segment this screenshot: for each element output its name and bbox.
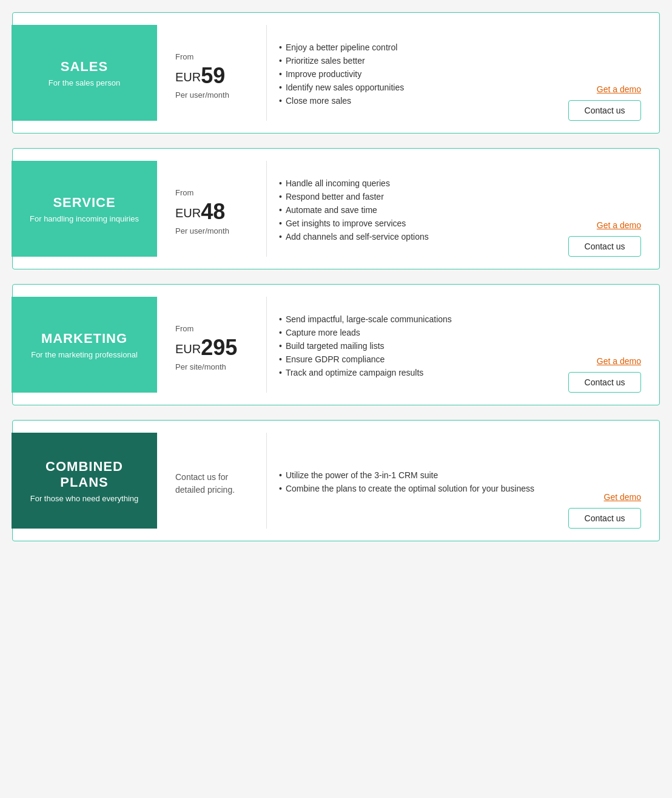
plan-card-service: SERVICEFor handling incoming inquiriesFr… — [12, 148, 660, 269]
plan-price-marketing: EUR295 — [175, 336, 254, 360]
currency-label-service: EUR — [175, 207, 201, 220]
plan-pricing-sales: FromEUR59Per user/month — [157, 13, 266, 133]
plan-subtitle-marketing: For the marketing professional — [31, 350, 138, 359]
plan-subtitle-combined: For those who need everything — [30, 494, 139, 503]
features-list-marketing: Send impactful, large-scale communicatio… — [279, 314, 544, 381]
plan-subtitle-service: For handling incoming inquiries — [30, 214, 139, 223]
get-demo-button-marketing[interactable]: Get a demo — [597, 356, 641, 366]
plan-per-unit-sales: Per user/month — [175, 90, 254, 100]
contact-us-button-sales[interactable]: Contact us — [568, 100, 641, 121]
plan-card-combined: COMBINED PLANSFor those who need everyth… — [12, 420, 660, 541]
features-list-sales: Enjoy a better pipeline controlPrioritiz… — [279, 42, 544, 109]
plan-actions-marketing: Get a demoContact us — [556, 285, 659, 405]
feature-item-marketing-1: Capture more leads — [279, 328, 544, 337]
features-list-service: Handle all incoming queriesRespond bette… — [279, 178, 544, 245]
plan-title-sales: SALES — [61, 59, 108, 75]
feature-item-marketing-2: Build targeted mailing lists — [279, 341, 544, 351]
feature-item-combined-1: Combine the plans to create the optimal … — [279, 484, 544, 493]
get-demo-button-combined[interactable]: Get demo — [604, 492, 641, 502]
plan-header-combined: COMBINED PLANSFor those who need everyth… — [12, 433, 157, 529]
plan-from-label-marketing: From — [175, 324, 254, 333]
plan-actions-service: Get a demoContact us — [556, 149, 659, 269]
plan-card-marketing: MARKETINGFor the marketing professionalF… — [12, 284, 660, 405]
plan-subtitle-sales: For the sales person — [49, 78, 121, 87]
plan-features-marketing: Send impactful, large-scale communicatio… — [267, 285, 556, 405]
plan-contact-pricing-combined: Contact us for detailed pricing. — [175, 471, 254, 496]
plan-title-service: SERVICE — [53, 195, 115, 211]
plan-title-marketing: MARKETING — [41, 331, 127, 347]
feature-item-sales-4: Close more sales — [279, 96, 544, 106]
feature-item-marketing-3: Ensure GDPR compliance — [279, 354, 544, 364]
plan-pricing-combined: Contact us for detailed pricing. — [157, 421, 266, 541]
feature-item-sales-3: Identify new sales opportunities — [279, 83, 544, 92]
contact-us-button-marketing[interactable]: Contact us — [568, 372, 641, 393]
plan-per-unit-service: Per user/month — [175, 226, 254, 235]
feature-item-service-3: Get insights to improve services — [279, 218, 544, 228]
feature-item-marketing-4: Track and optimize campaign results — [279, 368, 544, 377]
plan-header-marketing: MARKETINGFor the marketing professional — [12, 297, 157, 393]
plan-price-sales: EUR59 — [175, 64, 254, 88]
feature-item-sales-0: Enjoy a better pipeline control — [279, 42, 544, 52]
plan-from-label-sales: From — [175, 52, 254, 61]
features-list-combined: Utilize the power of the 3-in-1 CRM suit… — [279, 470, 544, 497]
plan-price-service: EUR48 — [175, 200, 254, 224]
plan-features-sales: Enjoy a better pipeline controlPrioritiz… — [267, 13, 556, 133]
feature-item-sales-2: Improve productivity — [279, 69, 544, 79]
plan-pricing-marketing: FromEUR295Per site/month — [157, 285, 266, 405]
feature-item-service-1: Respond better and faster — [279, 192, 544, 201]
feature-item-sales-1: Prioritize sales better — [279, 56, 544, 66]
plan-header-service: SERVICEFor handling incoming inquiries — [12, 161, 157, 257]
get-demo-button-service[interactable]: Get a demo — [597, 220, 641, 230]
plan-pricing-service: FromEUR48Per user/month — [157, 149, 266, 269]
plan-features-service: Handle all incoming queriesRespond bette… — [267, 149, 556, 269]
plan-header-sales: SALESFor the sales person — [12, 25, 157, 121]
feature-item-service-4: Add channels and self-service options — [279, 232, 544, 242]
feature-item-combined-0: Utilize the power of the 3-in-1 CRM suit… — [279, 470, 544, 480]
plan-actions-combined: Get demoContact us — [556, 421, 659, 541]
currency-label-sales: EUR — [175, 71, 201, 84]
feature-item-marketing-0: Send impactful, large-scale communicatio… — [279, 314, 544, 324]
plan-features-combined: Utilize the power of the 3-in-1 CRM suit… — [267, 421, 556, 541]
contact-us-button-combined[interactable]: Contact us — [568, 508, 641, 529]
plan-actions-sales: Get a demoContact us — [556, 13, 659, 133]
contact-us-button-service[interactable]: Contact us — [568, 236, 641, 257]
get-demo-button-sales[interactable]: Get a demo — [597, 84, 641, 94]
plan-from-label-service: From — [175, 188, 254, 197]
plan-card-sales: SALESFor the sales personFromEUR59Per us… — [12, 12, 660, 134]
feature-item-service-0: Handle all incoming queries — [279, 178, 544, 188]
currency-label-marketing: EUR — [175, 343, 201, 356]
feature-item-service-2: Automate and save time — [279, 205, 544, 215]
plan-per-unit-marketing: Per site/month — [175, 362, 254, 371]
plan-title-combined: COMBINED PLANS — [24, 459, 145, 490]
